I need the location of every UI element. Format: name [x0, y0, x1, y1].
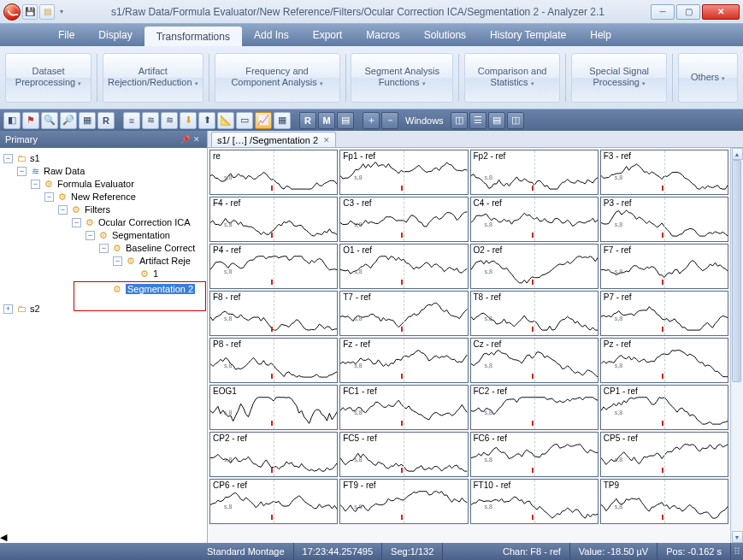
- expander-icon[interactable]: −: [99, 244, 109, 253]
- tree-h-scrollbar[interactable]: ◀: [0, 532, 207, 543]
- tool-flag-icon[interactable]: ⚑: [22, 112, 39, 129]
- channel-monitor[interactable]: F8 - refs,8: [209, 291, 338, 336]
- channel-monitor[interactable]: Cz - refs,8: [470, 338, 599, 383]
- tool-window3-icon[interactable]: ▤: [488, 112, 505, 129]
- channel-monitor[interactable]: T7 - refs,8: [339, 291, 468, 336]
- ribbon-frequency-component[interactable]: Frequency and Component Analysis▾: [215, 53, 340, 103]
- expander-icon[interactable]: −: [44, 192, 54, 202]
- tool-down-icon[interactable]: ⬇: [180, 112, 197, 129]
- tool-wave1-icon[interactable]: ≋: [142, 112, 159, 129]
- channel-monitor[interactable]: CP6 - refs,8: [209, 479, 338, 524]
- channel-monitor[interactable]: Fz - refs,8: [339, 338, 468, 383]
- tree-node-new-reference[interactable]: New Reference: [71, 192, 136, 202]
- tool-window2-icon[interactable]: ☰: [469, 112, 486, 129]
- expander-icon[interactable]: +: [3, 304, 13, 314]
- tool-book-icon[interactable]: ▤: [337, 112, 354, 129]
- menu-macros[interactable]: Macros: [354, 24, 411, 46]
- channel-monitor[interactable]: O2 - refs,8: [470, 244, 599, 289]
- channel-monitor[interactable]: F4 - refs,8: [209, 197, 338, 242]
- channel-monitor[interactable]: P8 - refs,8: [209, 338, 338, 383]
- tree[interactable]: −🗀s1 −≋Raw Data −⚙Formula Evaluator −⚙Ne…: [0, 148, 207, 532]
- viewer-tab[interactable]: s1/ […] /Segmentation 2 ✕: [211, 132, 336, 147]
- menu-addins[interactable]: Add Ins: [242, 24, 301, 46]
- channel-monitor[interactable]: F3 - refs,8: [600, 150, 728, 195]
- tree-node-filters[interactable]: Filters: [85, 204, 110, 215]
- tool-scale-icon[interactable]: 📐: [217, 112, 234, 129]
- channel-monitor[interactable]: T8 - refs,8: [470, 291, 599, 336]
- tree-node-formula-evaluator[interactable]: Formula Evaluator: [57, 179, 134, 189]
- tree-node-baseline-correct[interactable]: Baseline Correct: [126, 243, 195, 253]
- channel-monitor[interactable]: P7 - refs,8: [600, 291, 728, 336]
- channel-monitor[interactable]: F7 - refs,8: [600, 244, 728, 289]
- expander-icon[interactable]: −: [72, 218, 81, 227]
- expander-icon[interactable]: −: [58, 205, 68, 215]
- channel-monitor[interactable]: Fp1 - refs,8: [339, 150, 468, 195]
- tree-node-s2[interactable]: s2: [30, 304, 40, 314]
- channel-monitor[interactable]: Fp2 - refs,8: [470, 150, 599, 195]
- tool-chart-icon[interactable]: 📈: [255, 112, 272, 129]
- tool-grid-icon[interactable]: ▦: [274, 112, 291, 129]
- tool-R2-icon[interactable]: R: [299, 112, 316, 129]
- tool-M-icon[interactable]: M: [318, 112, 335, 129]
- channel-monitor[interactable]: FT9 - refs,8: [339, 479, 468, 524]
- tool-up-icon[interactable]: ⬆: [198, 112, 215, 129]
- ribbon-comparison-statistics[interactable]: Comparison and Statistics▾: [464, 53, 561, 103]
- tree-node-segmentation[interactable]: Segmentation: [112, 230, 170, 240]
- tool-select-icon[interactable]: ▦: [79, 112, 96, 129]
- tool-plus-icon[interactable]: ＋: [363, 112, 380, 129]
- channel-monitor[interactable]: FT10 - refs,8: [470, 479, 599, 524]
- channel-monitor[interactable]: FC5 - refs,8: [339, 432, 468, 477]
- tool-window4-icon[interactable]: ◫: [507, 112, 524, 129]
- scroll-down-icon[interactable]: ▼: [732, 531, 743, 543]
- channel-monitor[interactable]: res,8: [209, 150, 338, 195]
- scroll-thumb[interactable]: [732, 160, 741, 382]
- scroll-left-icon[interactable]: ◀: [0, 532, 7, 542]
- expander-icon[interactable]: −: [17, 167, 27, 176]
- tree-close-icon[interactable]: ✕: [192, 134, 202, 144]
- menu-solutions[interactable]: Solutions: [412, 24, 478, 46]
- tree-node-artifact-rejection[interactable]: Artifact Reje: [139, 256, 191, 266]
- channel-monitor[interactable]: CP1 - refs,8: [600, 385, 728, 430]
- tree-node-s1[interactable]: s1: [30, 153, 40, 163]
- channel-monitor[interactable]: CP2 - refs,8: [209, 432, 338, 477]
- ribbon-artifact-rejection[interactable]: Artifact Rejection/Reduction▾: [103, 53, 203, 103]
- tab-close-icon[interactable]: ✕: [323, 136, 330, 144]
- channel-monitor[interactable]: P4 - refs,8: [209, 244, 338, 289]
- channel-monitor[interactable]: Pz - refs,8: [600, 338, 728, 383]
- tool-zoom2-icon[interactable]: 🔎: [60, 112, 77, 129]
- channel-monitor[interactable]: FC2 - refs,8: [470, 385, 599, 430]
- tree-node-1[interactable]: 1: [153, 268, 158, 279]
- app-icon[interactable]: [3, 3, 21, 21]
- tree-node-ocular-correction[interactable]: Ocular Correction ICA: [98, 217, 191, 227]
- qat-book-icon[interactable]: ▤: [39, 4, 55, 20]
- menu-help[interactable]: Help: [578, 24, 623, 46]
- tool-page-icon[interactable]: ▭: [236, 112, 253, 129]
- maximize-button[interactable]: ▢: [676, 4, 700, 20]
- minimize-button[interactable]: ─: [651, 4, 675, 20]
- qat-dropdown-icon[interactable]: ▾: [56, 4, 67, 20]
- tree-node-segmentation2[interactable]: Segmentation 2: [126, 284, 195, 294]
- channel-monitor[interactable]: TP9s,8: [600, 479, 728, 524]
- channel-monitor[interactable]: P3 - refs,8: [600, 197, 728, 242]
- channel-monitor[interactable]: EOG1s,8: [209, 385, 338, 430]
- ribbon-segment-analysis[interactable]: Segment Analysis Functions▾: [351, 53, 453, 103]
- channel-monitor[interactable]: O1 - refs,8: [339, 244, 468, 289]
- tree-pin-icon[interactable]: 📌: [180, 134, 190, 144]
- tool-minus-icon[interactable]: －: [381, 112, 398, 129]
- ribbon-others[interactable]: Others▾: [678, 53, 738, 103]
- vertical-scrollbar[interactable]: ▲ ▼: [730, 148, 743, 543]
- tool-list-icon[interactable]: ≡: [123, 112, 140, 129]
- tree-node-rawdata[interactable]: Raw Data: [44, 166, 85, 176]
- tool-R-icon[interactable]: R: [97, 112, 115, 129]
- channel-monitor[interactable]: CP5 - refs,8: [600, 432, 728, 477]
- scroll-up-icon[interactable]: ▲: [732, 148, 743, 160]
- menu-file[interactable]: File: [46, 24, 86, 46]
- ribbon-dataset-preprocessing[interactable]: Dataset Preprocessing▾: [5, 53, 91, 103]
- tool-wave2-icon[interactable]: ≋: [161, 112, 178, 129]
- menu-display[interactable]: Display: [86, 24, 144, 46]
- channel-monitor[interactable]: FC6 - refs,8: [470, 432, 599, 477]
- menu-export[interactable]: Export: [301, 24, 355, 46]
- tool-window1-icon[interactable]: ◫: [451, 112, 468, 129]
- expander-icon[interactable]: −: [113, 256, 122, 266]
- tool-zoom-icon[interactable]: 🔍: [41, 112, 58, 129]
